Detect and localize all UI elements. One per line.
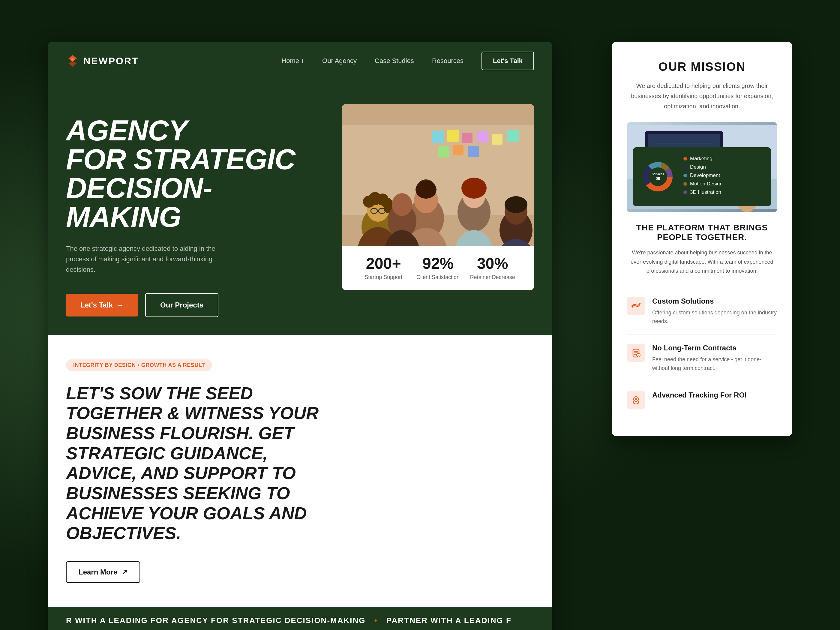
hero-subtitle: The one strategic agency dedicated to ai… — [66, 243, 222, 275]
ticker-text: R WITH A LEADING FOR AGENCY FOR STRATEGI… — [66, 616, 512, 625]
hero-cta-button[interactable]: Let's Talk → — [66, 294, 138, 316]
svg-point-28 — [415, 181, 436, 199]
stat-startup-number: 200+ — [357, 256, 411, 271]
white-section: INTEGRITY BY DESIGN • GROWTH AS A RESULT… — [48, 335, 552, 607]
stat-startup: 200+ Startup Support — [357, 256, 411, 281]
nav-agency[interactable]: Our Agency — [322, 57, 357, 65]
nav-case-studies[interactable]: Case Studies — [375, 57, 414, 65]
svg-rect-11 — [477, 131, 488, 142]
feature-advanced-tracking: Advanced Tracking For ROI — [627, 382, 777, 418]
custom-solutions-title: Custom Solutions — [652, 297, 777, 305]
legend-motion: Motion Design — [684, 181, 763, 187]
stat-satisfaction-number: 92% — [411, 256, 465, 271]
hero-left: AGENCY FOR STRATEGIC DECISION-MAKING The… — [66, 104, 324, 317]
stat-retainer: 30% Retainer Decrease — [465, 256, 519, 281]
motion-label: Motion Design — [690, 181, 723, 187]
svg-point-62 — [632, 305, 633, 307]
hero-projects-button[interactable]: Our Projects — [145, 293, 218, 317]
arrow-icon: → — [117, 301, 123, 309]
svg-rect-9 — [453, 145, 464, 155]
donut-chart: Services 09 — [641, 160, 674, 193]
no-contracts-content: No Long-Term Contracts Feel need the nee… — [652, 344, 777, 373]
marketing-dot — [684, 157, 687, 161]
svg-rect-8 — [438, 146, 449, 158]
stat-retainer-label: Retainer Decrease — [465, 274, 519, 281]
svg-point-36 — [505, 196, 527, 213]
development-label: Development — [690, 172, 720, 178]
feature-custom-solutions: Custom Solutions Offering custom solutio… — [627, 288, 777, 335]
advanced-tracking-title: Advanced Tracking For ROI — [652, 391, 747, 399]
design-label: Design — [690, 164, 706, 170]
ticker-dot: • — [374, 616, 378, 625]
svg-point-71 — [635, 398, 637, 400]
logo-icon — [66, 54, 79, 68]
svg-rect-10 — [468, 146, 479, 157]
svg-rect-12 — [492, 134, 502, 145]
advanced-tracking-icon — [627, 391, 645, 409]
nav-cta-button[interactable]: Let's Talk — [482, 52, 534, 70]
legend-design: Design — [684, 164, 763, 170]
hero-buttons: Let's Talk → Our Projects — [66, 293, 324, 317]
svg-point-32 — [461, 178, 486, 199]
stats-overlay: 200+ Startup Support 92% Client Satisfac… — [342, 246, 534, 290]
platform-title: THE PLATFORM THAT BRINGS PEOPLE TOGETHER… — [627, 223, 777, 242]
3d-label: 3D Illustration — [690, 189, 721, 195]
design-dot — [684, 165, 687, 169]
svg-rect-13 — [507, 129, 519, 142]
svg-marker-1 — [68, 61, 77, 67]
feature-no-contracts: No Long-Term Contracts Feel need the nee… — [627, 335, 777, 382]
svg-rect-7 — [462, 133, 472, 143]
svg-rect-5 — [432, 131, 444, 143]
mission-image: Services 09 Marketing Design Development — [627, 122, 777, 212]
advanced-tracking-content: Advanced Tracking For ROI — [652, 391, 747, 402]
mission-title: OUR MISSION — [627, 60, 777, 74]
nav-home[interactable]: Home ↓ — [281, 57, 304, 65]
marketing-label: Marketing — [690, 156, 712, 162]
hero-section: AGENCY FOR STRATEGIC DECISION-MAKING The… — [48, 80, 552, 335]
stat-startup-label: Startup Support — [357, 274, 411, 281]
website-panel: NEWPORT Home ↓ Our Agency Case Studies R… — [48, 42, 552, 630]
stat-satisfaction: 92% Client Satisfaction — [411, 256, 465, 281]
mission-panel: OUR MISSION We are dedicated to helping … — [612, 42, 792, 436]
svg-point-63 — [639, 303, 641, 305]
custom-solutions-content: Custom Solutions Offering custom solutio… — [652, 297, 777, 326]
custom-solutions-icon — [627, 297, 645, 315]
platform-description: We're passionate about helping businesse… — [627, 248, 777, 276]
hero-right: 200+ Startup Support 92% Client Satisfac… — [342, 104, 534, 290]
tag-badge: INTEGRITY BY DESIGN • GROWTH AS A RESULT — [66, 359, 212, 371]
chart-legend: Marketing Design Development Motion Desi… — [684, 156, 763, 198]
3d-dot — [684, 191, 687, 194]
svg-rect-6 — [447, 129, 459, 142]
custom-solutions-desc: Offering custom solutions depending on t… — [652, 308, 777, 326]
chart-overlay: Services 09 Marketing Design Development — [633, 147, 771, 206]
nav-resources[interactable]: Resources — [432, 57, 464, 65]
stat-retainer-number: 30% — [465, 256, 519, 271]
logo-area: NEWPORT — [66, 54, 139, 68]
no-contracts-icon — [627, 344, 645, 362]
no-contracts-title: No Long-Term Contracts — [652, 344, 777, 352]
no-contracts-desc: Feel need the need for a service - get i… — [652, 355, 777, 373]
legend-marketing: Marketing — [684, 156, 763, 162]
development-dot — [684, 174, 687, 177]
legend-3d: 3D Illustration — [684, 189, 763, 195]
main-heading: LET'S SOW THE SEED TOGETHER & WITNESS YO… — [66, 384, 336, 543]
logo-text: NEWPORT — [84, 55, 139, 66]
website-panel-container: NEWPORT Home ↓ Our Agency Case Studies R… — [48, 42, 552, 630]
arrow-diagonal-icon: ↗ — [122, 568, 128, 576]
legend-development: Development — [684, 172, 763, 178]
hero-title: AGENCY FOR STRATEGIC DECISION-MAKING — [66, 116, 324, 231]
hero-image: 200+ Startup Support 92% Client Satisfac… — [342, 104, 534, 290]
learn-more-button[interactable]: Learn More ↗ — [66, 561, 140, 583]
navbar: NEWPORT Home ↓ Our Agency Case Studies R… — [48, 42, 552, 80]
mission-description: We are dedicated to helping our clients … — [627, 81, 777, 111]
motion-dot — [684, 182, 687, 186]
svg-text:09: 09 — [655, 176, 660, 181]
svg-text:Services: Services — [652, 172, 664, 176]
ticker-bar: R WITH A LEADING FOR AGENCY FOR STRATEGI… — [48, 607, 552, 630]
nav-links: Home ↓ Our Agency Case Studies Resources… — [281, 52, 534, 70]
stat-satisfaction-label: Client Satisfaction — [411, 274, 465, 281]
svg-point-39 — [392, 193, 412, 216]
